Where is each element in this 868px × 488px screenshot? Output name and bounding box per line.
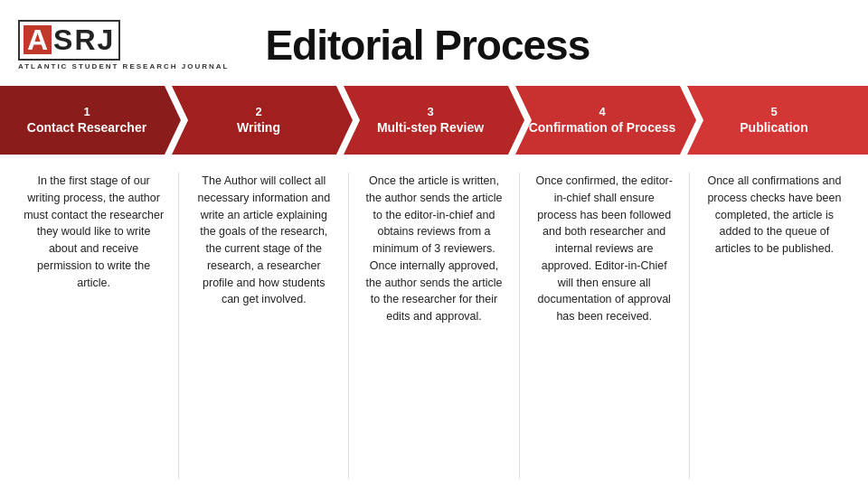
content-col-4: Once confirmed, the editor-in-chief shal… [520, 173, 690, 479]
content-col-5: Once all confirmations and process check… [690, 173, 859, 479]
steps-bar: 1 Contact Researcher 2 Writing 3 Multi-s… [0, 86, 868, 155]
step-2-label: Writing [237, 120, 280, 136]
logo-subtitle: Atlantic Student Research Journal [18, 62, 229, 70]
logo-area: A SRJ Atlantic Student Research Journal [18, 20, 229, 70]
content-text-5: Once all confirmations and process check… [704, 173, 844, 258]
step-3[interactable]: 3 Multi-step Review [344, 86, 524, 155]
step-5-number: 5 [770, 105, 777, 118]
content-text-3: Once the article is written, the author … [363, 173, 504, 325]
content-text-1: In the first stage of our writing proces… [24, 173, 164, 291]
step-5-label: Publication [740, 120, 807, 136]
logo-srj-text: SRJ [52, 23, 115, 57]
step-1[interactable]: 1 Contact Researcher [0, 86, 181, 155]
logo-a-letter: A [24, 25, 52, 54]
step-4-label: Confirmation of Process [529, 120, 676, 136]
content-text-4: Once confirmed, the editor-in-chief shal… [534, 173, 675, 325]
header: A SRJ Atlantic Student Research Journal … [0, 0, 868, 86]
content-text-2: The Author will collect all necessary in… [193, 173, 334, 308]
content-col-3: Once the article is written, the author … [349, 173, 519, 479]
step-3-label: Multi-step Review [377, 120, 484, 136]
step-5[interactable]: 5 Publication [687, 86, 868, 155]
step-4[interactable]: 4 Confirmation of Process [515, 86, 696, 155]
step-2[interactable]: 2 Writing [172, 86, 353, 155]
step-3-number: 3 [427, 105, 433, 118]
logo-box: A SRJ [18, 20, 120, 61]
content-row: In the first stage of our writing proces… [0, 155, 868, 488]
step-2-number: 2 [255, 105, 261, 118]
step-1-label: Contact Researcher [27, 120, 146, 136]
page-title: Editorial Process [265, 21, 590, 70]
content-col-1: In the first stage of our writing proces… [9, 173, 179, 479]
content-col-2: The Author will collect all necessary in… [179, 173, 349, 479]
step-4-number: 4 [599, 105, 605, 118]
step-1-number: 1 [83, 105, 90, 118]
